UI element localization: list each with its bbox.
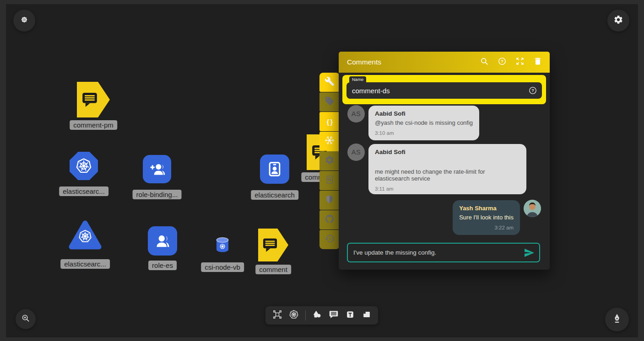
node-role-binding[interactable]: role-binding... [143,155,171,183]
node-label: role-es [148,261,177,270]
name-input[interactable] [352,87,528,95]
chat-message: Aabid Sofi me might need to change the r… [368,144,526,194]
name-field-label: Name [349,76,366,82]
node-elasticsearch-triangle[interactable]: elasticsearc... [68,219,103,251]
github-tool[interactable] [319,210,340,229]
avatar: AS [347,144,365,161]
node-label: elasticsearch [251,190,298,200]
settings-button[interactable] [607,10,629,32]
canvas-tool-dock [265,306,378,325]
components-icon[interactable] [272,309,282,321]
tag-tool[interactable] [319,92,340,112]
node-csi-node-vb[interactable]: csi-node-vb [215,237,230,253]
avatar-photo [524,200,541,217]
doc-search-icon [325,175,335,186]
node-elasticsearch-serviceaccount[interactable]: elasticsearch [260,155,289,184]
inspect-doc-tool[interactable] [319,171,340,190]
storage-cylinder-shape [215,237,230,253]
delete-icon[interactable] [525,57,542,68]
kubernetes-wheel-icon [78,229,92,244]
message-time: 3:10 am [375,130,473,136]
security-tool[interactable] [319,191,340,210]
service-account-shape [260,155,289,184]
send-icon[interactable] [524,247,535,258]
github-icon [325,214,335,226]
kubernetes-octagon-shape [70,152,98,180]
dock-divider [305,310,306,320]
configure-tool[interactable] [319,73,340,92]
message-input[interactable] [353,249,524,256]
flower-burst-icon [19,15,29,27]
comment-icon [81,91,99,109]
zoom-in-icon [21,313,31,325]
node-label: role-binding... [133,190,182,199]
name-field[interactable]: Name ? [346,82,542,99]
message-author: Yash Sharma [459,205,514,212]
shield-icon [325,194,335,206]
fullscreen-icon[interactable] [507,57,525,68]
people-icon [153,231,172,250]
wrench-icon [325,76,335,88]
kubernetes-wheel-icon [75,157,92,175]
avatar: AS [347,105,365,123]
message-time: 3:11 am [375,186,520,192]
hub-icon [325,135,335,147]
tag-icon [325,96,335,108]
add-user-icon [148,160,166,178]
node-label: csi-node-vb [201,262,244,272]
pen-tool-button[interactable] [605,308,629,331]
pen-nib-icon [611,313,623,326]
search-icon[interactable] [471,57,489,68]
kubernetes-triangle-shape [68,219,103,251]
message-text: @yash the csi-node is missing config [375,119,473,126]
node-label: elasticsearc... [59,186,108,196]
node-elasticsearch-octagon[interactable]: elasticsearc... [70,152,98,180]
text-icon[interactable] [345,309,355,321]
name-field-highlight: Name ? [342,75,546,104]
node-label: comment-pm [70,120,117,130]
message-author: Aabid Sofi [375,110,473,117]
node-label: elasticsearc... [60,259,110,269]
comment-icon [261,236,279,254]
role-binding-shape [143,155,171,183]
id-badge-icon [265,160,284,178]
message-time: 3:22 am [459,225,514,230]
gear-icon [613,15,623,27]
help-icon[interactable]: ? [528,86,537,95]
message-author: Aabid Sofi [375,149,520,155]
message-text: me might need to change the rate-limit f… [375,168,520,182]
history-icon [325,234,335,245]
chat-message: Aabid Sofi @yash the csi-node is missing… [368,106,479,140]
app-menu-button[interactable] [13,10,35,32]
comments-panel-header[interactable]: Comments ? [339,52,550,73]
comment-shape [77,82,110,117]
comment-shape [258,229,288,261]
node-comment[interactable]: comment [258,229,288,261]
node-comment-pm[interactable]: comment-pm [77,82,110,117]
node-role-es[interactable]: role-es [148,226,177,256]
help-icon[interactable]: ? [489,57,507,68]
zoom-in-button[interactable] [16,309,36,329]
message-composer[interactable] [347,243,540,262]
svg-text:?: ? [501,59,503,64]
braces-icon: { } [327,118,333,126]
comments-panel: Comments ? Name ? AS Aabid Sofi @yash th… [339,52,550,270]
note-icon[interactable] [362,309,372,321]
kubernetes-icon[interactable] [289,309,299,321]
history-tool[interactable] [319,230,340,249]
hub-tool[interactable] [319,132,340,151]
gear-icon [325,155,335,167]
svg-text:?: ? [531,88,534,93]
message-text: Sure I'll look into this [459,214,514,221]
chat-message: Yash Sharma Sure I'll look into this 3:2… [453,200,520,235]
json-tool[interactable]: { } [319,112,340,131]
role-shape [148,226,177,256]
node-label: comment [255,265,291,274]
panel-title: Comments [347,58,471,66]
comment-icon[interactable] [329,309,339,321]
shapes-icon[interactable] [312,309,322,321]
node-action-toolbar: { } [319,73,340,250]
settings-tool[interactable] [319,151,340,170]
